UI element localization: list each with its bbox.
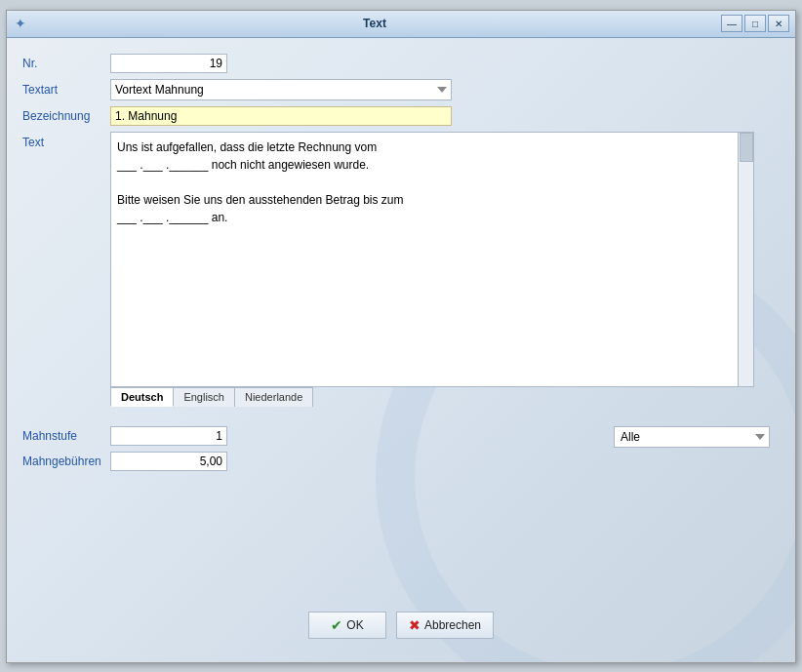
language-tabs: Deutsch Englisch Niederlande bbox=[110, 387, 780, 407]
cancel-label: Abbrechen bbox=[424, 618, 481, 632]
textart-select[interactable]: Vortext Mahnung bbox=[110, 79, 452, 100]
bezeichnung-label: Bezeichnung bbox=[22, 109, 110, 123]
footer-buttons: ✔ OK ✖ Abbrechen bbox=[22, 602, 780, 647]
nr-input[interactable] bbox=[110, 54, 227, 73]
cancel-icon: ✖ bbox=[409, 617, 421, 633]
bezeichnung-row: Bezeichnung bbox=[22, 106, 780, 126]
mahngebuehren-input[interactable] bbox=[110, 452, 227, 471]
bezeichnung-input[interactable] bbox=[110, 106, 452, 126]
mahnstufe-area: Mahnstufe Mahngebühren bbox=[22, 426, 227, 477]
tab-deutsch[interactable]: Deutsch bbox=[110, 387, 174, 407]
alle-select[interactable]: Alle bbox=[614, 426, 770, 448]
cancel-button[interactable]: ✖ Abbrechen bbox=[396, 612, 494, 639]
mahnstufe-row: Mahnstufe bbox=[22, 426, 227, 446]
window-body: Nr. Textart Vortext Mahnung Bezeichnung … bbox=[7, 38, 795, 662]
ok-button[interactable]: ✔ OK bbox=[308, 612, 386, 639]
window-title: Text bbox=[28, 17, 721, 30]
alle-dropdown-wrapper: Alle bbox=[614, 426, 770, 448]
ok-icon: ✔ bbox=[331, 617, 342, 633]
maximize-button[interactable]: □ bbox=[744, 15, 766, 32]
text-editor-wrapper: Uns ist aufgefallen, dass die letzte Rec… bbox=[110, 132, 754, 387]
text-editor[interactable]: Uns ist aufgefallen, dass die letzte Rec… bbox=[111, 133, 738, 386]
ok-label: OK bbox=[346, 618, 363, 632]
window-icon: ✦ bbox=[13, 16, 28, 31]
mahnstufe-label: Mahnstufe bbox=[22, 429, 110, 443]
window-controls: — □ ✕ bbox=[721, 15, 789, 32]
tab-niederlande[interactable]: Niederlande bbox=[235, 387, 313, 407]
scrollbar-thumb bbox=[740, 133, 753, 162]
close-button[interactable]: ✕ bbox=[768, 15, 789, 32]
minimize-button[interactable]: — bbox=[721, 15, 742, 32]
main-window: ✦ Text — □ ✕ Nr. Textart Vortext Mahnung bbox=[6, 10, 796, 663]
mahngebuehren-row: Mahngebühren bbox=[22, 452, 227, 471]
tab-englisch[interactable]: Englisch bbox=[174, 387, 235, 407]
text-label: Text bbox=[22, 132, 110, 149]
form-area: Nr. Textart Vortext Mahnung Bezeichnung … bbox=[22, 54, 780, 407]
textart-label: Textart bbox=[22, 83, 110, 97]
text-scrollbar[interactable] bbox=[738, 133, 753, 386]
mahngebuehren-label: Mahngebühren bbox=[22, 455, 110, 468]
textart-row: Textart Vortext Mahnung bbox=[22, 79, 780, 100]
nr-label: Nr. bbox=[22, 57, 110, 70]
title-bar: ✦ Text — □ ✕ bbox=[7, 11, 795, 38]
mahnstufe-input[interactable] bbox=[110, 426, 227, 446]
text-row: Text Uns ist aufgefallen, dass die letzt… bbox=[22, 132, 780, 387]
bottom-section: Mahnstufe Mahngebühren Alle bbox=[22, 426, 780, 477]
nr-row: Nr. bbox=[22, 54, 780, 73]
